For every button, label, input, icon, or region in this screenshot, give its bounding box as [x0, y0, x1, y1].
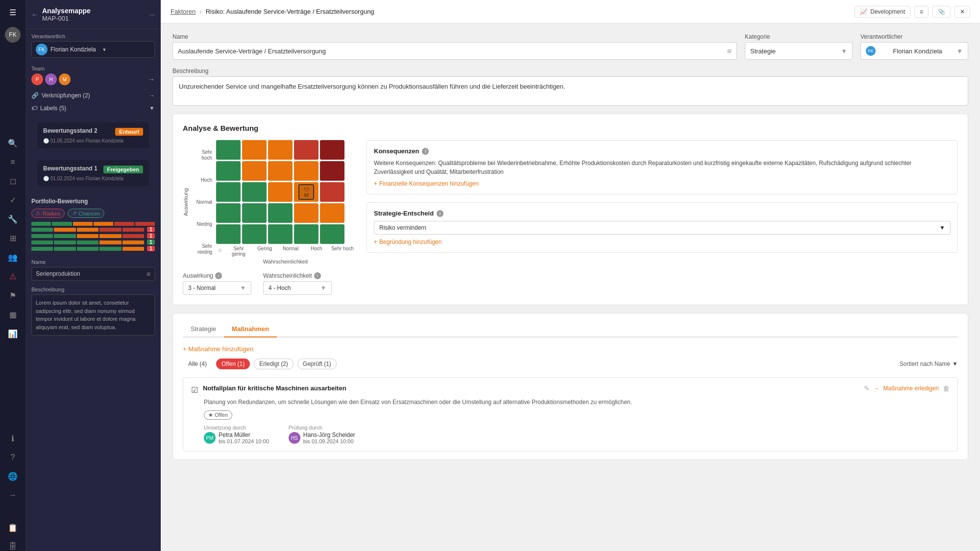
cell-5-1[interactable]: [216, 224, 241, 244]
development-button[interactable]: 📈 Development: [855, 6, 910, 18]
flag-icon[interactable]: ⚑: [9, 291, 16, 300]
cell-3-4[interactable]: 🛡 12: [294, 182, 318, 202]
umsetzung-info: PM Petra Müller bis 01.07.2024 10:00: [204, 431, 269, 444]
back-icon[interactable]: ←: [31, 11, 38, 19]
y-label-1: Sehr niedrig: [193, 243, 212, 255]
strategie-dropdown[interactable]: Risiko vermindern ▼: [374, 221, 951, 235]
cell-2-4[interactable]: [294, 161, 318, 181]
chart-icon[interactable]: 📊: [8, 329, 18, 338]
wrench-icon[interactable]: 🔧: [8, 215, 18, 224]
table-icon[interactable]: ▦: [9, 310, 17, 319]
kategorie-select[interactable]: Strategie ▼: [745, 42, 853, 60]
pcell: [31, 222, 51, 226]
check-icon[interactable]: ✓: [10, 195, 16, 205]
alert-icon[interactable]: ⚠: [9, 272, 16, 281]
x-axis: ⊙ Sehr gering Gering Normal Hoch Sehr ho…: [216, 246, 355, 257]
cell-1-3[interactable]: [268, 140, 293, 160]
help-icon[interactable]: ?: [11, 453, 15, 462]
mc-erledigen-button[interactable]: Maßnahme erledigen: [883, 385, 939, 392]
globe-icon[interactable]: 🌐: [8, 472, 18, 481]
auswirkung-info-icon: i: [215, 272, 222, 279]
attachment-button[interactable]: 📎: [932, 6, 951, 18]
portfolio-section: Portfolio-Bewertung ⚠ Risiken ↗ Chancen: [25, 194, 161, 255]
cell-5-5[interactable]: [320, 224, 344, 244]
beschreibung-area[interactable]: Unzureichender Service und mangelhafte E…: [172, 76, 968, 106]
user-avatar-icon[interactable]: FK: [5, 27, 21, 43]
menu-icon[interactable]: ☰: [9, 8, 16, 17]
add-massnahme-button[interactable]: + Maßnahme hinzufügen: [183, 345, 958, 353]
owner-select[interactable]: FK Florian Kondziela ▼: [31, 41, 155, 58]
wahrscheinlichkeit-select[interactable]: 4 - Hoch ▼: [263, 281, 332, 295]
massnahmen-section: Strategie Maßnahmen + Maßnahme hinzufüge…: [172, 313, 968, 460]
report-icon[interactable]: 📋: [8, 523, 18, 532]
cell-4-4[interactable]: [294, 203, 318, 223]
list-view-button[interactable]: ≡: [914, 6, 929, 18]
database-icon[interactable]: 🗄: [9, 542, 17, 551]
matrix-and-x: 🛡 12: [216, 140, 355, 264]
auswirkung-select[interactable]: 3 - Normal ▼: [183, 281, 251, 295]
sidebar-name-label: Name: [31, 259, 155, 265]
portfolio-chips: ⚠ Risiken ↗ Chancen: [31, 209, 155, 218]
list-icon[interactable]: ≡: [10, 158, 15, 167]
owner-name: Florian Kondziela: [50, 46, 99, 53]
cell-2-2[interactable]: [242, 161, 267, 181]
sidebar-desc-section: Beschreibung Lorem ipsum dolor sit amet,…: [25, 285, 161, 341]
sidebar-more-icon[interactable]: ···: [149, 11, 155, 18]
cell-5-4[interactable]: [294, 224, 318, 244]
sidebar-name-input[interactable]: Serienproduktion ⊞: [31, 267, 155, 281]
cell-1-5[interactable]: [320, 140, 344, 160]
mc-edit-button[interactable]: ✎: [864, 384, 870, 392]
mc-delete-button[interactable]: 🗑: [943, 384, 950, 392]
team-row[interactable]: P H M →: [31, 73, 155, 85]
cell-1-1[interactable]: [216, 140, 241, 160]
cell-4-5[interactable]: [320, 203, 344, 223]
cell-3-3[interactable]: [268, 182, 293, 202]
link-icon: 🔗: [31, 92, 39, 99]
filter-erledigt[interactable]: Erledigt (2): [254, 359, 294, 369]
verantwortlicher-chevron-icon: ▼: [956, 48, 963, 55]
cell-4-2[interactable]: [242, 203, 267, 223]
tab-strategie[interactable]: Strategie: [183, 321, 224, 337]
cell-5-2[interactable]: [242, 224, 267, 244]
begruendung-add-button[interactable]: + Begründung hinzufügen: [374, 239, 951, 245]
mc-description: Planung von Redundanzen, um schnelle Lös…: [191, 398, 950, 407]
logout-icon[interactable]: →: [9, 491, 17, 500]
cell-2-5[interactable]: [320, 161, 344, 181]
persons-icon[interactable]: 👥: [8, 253, 18, 262]
breadcrumb-link[interactable]: Faktoren: [171, 8, 196, 15]
filter-offen[interactable]: Offen (1): [216, 359, 250, 369]
assess-row: Auswirkung i 3 - Normal ▼ Wahrscheinlich…: [183, 272, 355, 295]
bookmark-icon[interactable]: ◻: [10, 176, 16, 186]
cell-3-5[interactable]: [320, 182, 344, 202]
chip-chancen[interactable]: ↗ Chancen: [68, 209, 104, 218]
finanzielle-add-button[interactable]: + Finanzielle Konsequenzen hinzufügen: [374, 180, 951, 187]
pcell: [99, 234, 121, 238]
close-button[interactable]: ✕: [955, 6, 970, 18]
cell-4-3[interactable]: [268, 203, 293, 223]
cell-2-1[interactable]: [216, 161, 241, 181]
chip-risiken[interactable]: ⚠ Risiken: [31, 209, 65, 218]
cell-3-2[interactable]: [242, 182, 267, 202]
shield-icon: 🛡: [304, 187, 309, 192]
filter-geprueft[interactable]: Geprüft (1): [297, 359, 337, 369]
cell-3-1[interactable]: [216, 182, 241, 202]
cell-1-4[interactable]: [294, 140, 318, 160]
name-input[interactable]: Auslaufende Service-Verträge / Ersatztei…: [172, 42, 737, 60]
filter-alle[interactable]: Alle (4): [183, 359, 212, 369]
cell-4-1[interactable]: [216, 203, 241, 223]
bewertung2-title: Bewertungsstand 2: [43, 127, 98, 134]
sort-button[interactable]: Sortiert nach Name ▼: [900, 360, 958, 367]
tab-massnahmen[interactable]: Maßnahmen: [224, 321, 277, 337]
sidebar-name-icon: ⊞: [147, 271, 150, 277]
cell-1-2[interactable]: [242, 140, 267, 160]
grid-icon[interactable]: ⊞: [10, 234, 16, 243]
cell-2-3[interactable]: [268, 161, 293, 181]
info-icon[interactable]: ℹ: [11, 434, 14, 443]
sidebar-desc-text: Lorem ipsum dolor sit amet, consetetur s…: [36, 300, 136, 330]
search-icon[interactable]: 🔍: [8, 139, 18, 148]
cell-5-3[interactable]: [268, 224, 293, 244]
analysis-title: Analyse & Bewertung: [183, 124, 958, 132]
verantwortlicher-select[interactable]: FK Florian Kondziela ▼: [860, 42, 968, 60]
labels-row[interactable]: 🏷 Labels (5) ▼: [25, 102, 161, 115]
verknuepfungen-row[interactable]: 🔗 Verknüpfungen (2) →: [25, 89, 161, 102]
